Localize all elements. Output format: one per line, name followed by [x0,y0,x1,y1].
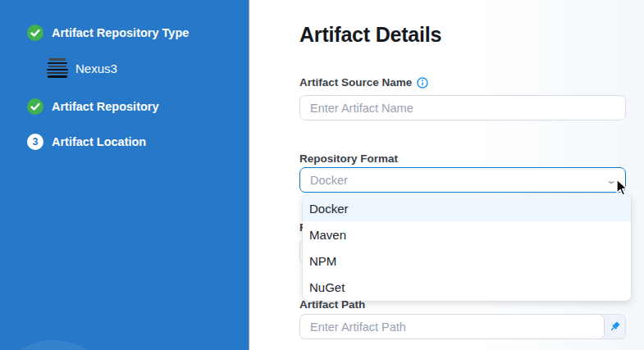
artifact-path-field [299,314,626,339]
nexus3-icon [47,57,68,79]
artifact-wizard: Artifact Repository Type Nexus3 Artifact… [0,0,644,350]
repository-format-dropdown: Docker Maven NPM NuGet [303,194,631,301]
dropdown-option-nuget[interactable]: NuGet [303,274,631,300]
repository-format-select[interactable]: Docker ⌄ [299,167,626,193]
pin-icon [609,320,621,333]
substep-label: Nexus3 [75,61,117,75]
artifact-path-input[interactable] [299,314,605,339]
dropdown-option-docker[interactable]: Docker [303,195,631,221]
wizard-sidebar: Artifact Repository Type Nexus3 Artifact… [0,0,249,350]
step-label: Artifact Repository [52,100,159,113]
info-icon[interactable] [417,77,428,89]
sidebar-item-artifact-repository-type[interactable]: Artifact Repository Type [27,25,189,41]
artifact-details-panel: Artifact Details Artifact Source Name Re… [250,0,644,350]
decorative-circle [0,340,115,350]
check-icon [27,25,43,41]
step-number-badge: 3 [27,134,43,150]
artifact-source-name-label: Artifact Source Name [299,76,428,89]
dropdown-option-npm[interactable]: NPM [303,248,631,274]
step-label: Artifact Location [52,135,146,148]
repository-format-label: Repository Format [299,152,398,165]
select-value: Docker [310,174,607,187]
dropdown-option-maven[interactable]: Maven [303,221,631,248]
check-icon [27,98,43,115]
chevron-down-icon: ⌄ [605,175,617,186]
sidebar-item-artifact-location[interactable]: 3 Artifact Location [27,134,146,150]
sidebar-item-artifact-repository[interactable]: Artifact Repository [27,98,159,115]
sidebar-item-nexus3[interactable]: Nexus3 [47,57,117,79]
page-title: Artifact Details [299,23,441,47]
artifact-source-name-input[interactable] [299,95,626,120]
step-label: Artifact Repository Type [52,26,189,39]
pin-button[interactable] [605,315,625,339]
